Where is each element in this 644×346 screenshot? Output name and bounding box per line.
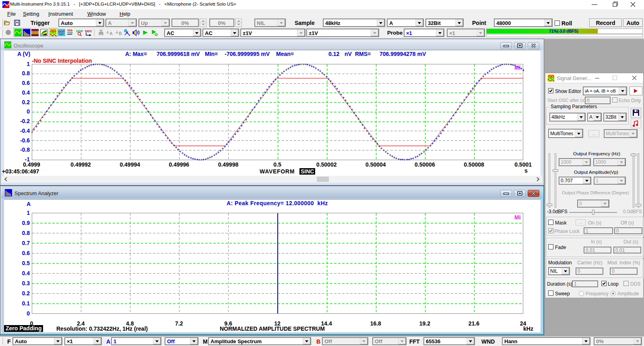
svg-text:A: A — [109, 31, 113, 36]
svg-text:B: B — [119, 31, 122, 36]
svg-text:DUT: DUT — [58, 30, 65, 33]
svg-text:DDC: DDC — [85, 29, 92, 33]
svg-text:888: 888 — [31, 30, 39, 35]
